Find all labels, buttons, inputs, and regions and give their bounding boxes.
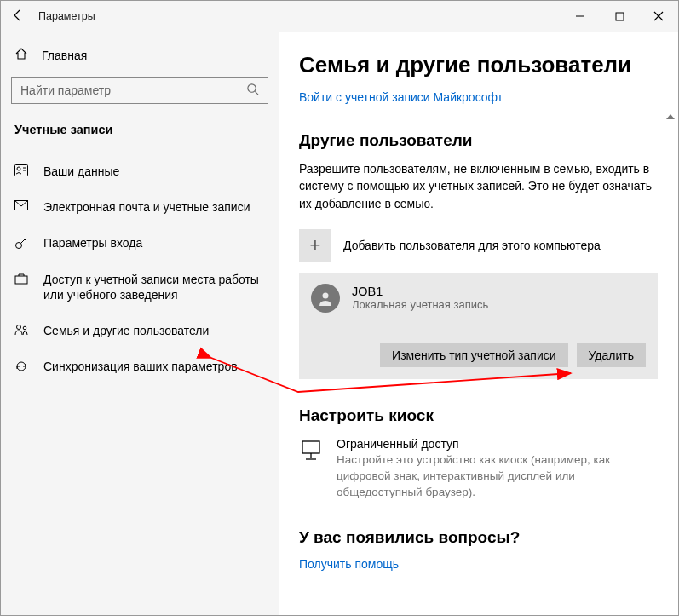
svg-point-2 (248, 84, 256, 92)
briefcase-icon (14, 272, 28, 285)
questions-heading: У вас появились вопросы? (299, 528, 658, 547)
sidebar-item-email-accounts[interactable]: Электронная почта и учетные записи (1, 189, 279, 225)
sidebar-item-sync[interactable]: Синхронизация ваших параметров (1, 348, 279, 384)
close-button[interactable] (639, 1, 678, 32)
svg-rect-1 (616, 13, 624, 20)
kiosk-setup-button[interactable]: Ограниченный доступ Настройте это устрой… (299, 437, 657, 501)
page-title: Семья и другие пользователи (299, 52, 658, 78)
home-label: Главная (42, 49, 87, 62)
search-input[interactable]: Найти параметр (11, 77, 268, 104)
sync-icon (14, 359, 28, 373)
main-content: Семья и другие пользователи Войти с учет… (279, 32, 678, 615)
back-button[interactable] (11, 9, 25, 25)
get-help-link[interactable]: Получить помощь (299, 557, 658, 571)
svg-point-5 (17, 167, 20, 170)
sidebar-item-work-school[interactable]: Доступ к учетной записи места работы или… (1, 262, 279, 313)
sidebar-item-signin-options[interactable]: Параметры входа (1, 225, 279, 261)
user-card-icon (14, 164, 28, 176)
add-user-button[interactable]: + Добавить пользователя для этого компью… (299, 229, 658, 262)
svg-point-14 (23, 326, 26, 330)
scroll-up-icon[interactable] (666, 110, 675, 124)
other-users-heading: Другие пользователи (299, 131, 658, 150)
kiosk-heading: Настроить киоск (299, 406, 658, 425)
svg-point-15 (323, 292, 329, 298)
svg-rect-16 (302, 441, 319, 453)
search-icon (246, 83, 259, 98)
svg-point-9 (16, 243, 22, 249)
sidebar-item-label: Параметры входа (43, 235, 142, 250)
search-placeholder: Найти параметр (20, 83, 246, 97)
sidebar-item-label: Ваши данные (43, 164, 119, 179)
svg-rect-12 (15, 276, 27, 284)
change-account-type-button[interactable]: Изменить тип учетной записи (380, 343, 567, 367)
key-icon (14, 235, 28, 250)
sidebar-item-label: Электронная почта и учетные записи (43, 199, 250, 215)
svg-line-11 (25, 239, 26, 241)
section-header: Учетные записи (1, 119, 279, 153)
user-name: JOB1 (352, 285, 488, 298)
remove-user-button[interactable]: Удалить (577, 343, 646, 367)
svg-point-13 (17, 325, 21, 329)
kiosk-desc: Настройте это устройство как киоск (напр… (337, 452, 657, 501)
monitor-icon (299, 437, 323, 463)
sidebar-item-family[interactable]: Семья и другие пользователи (1, 313, 279, 348)
sidebar-item-your-info[interactable]: Ваши данные (1, 153, 279, 189)
other-users-desc: Разрешите пользователям, не включенным в… (299, 160, 657, 212)
minimize-button[interactable] (561, 1, 600, 32)
people-icon (14, 323, 28, 336)
user-type: Локальная учетная запись (352, 298, 488, 311)
sidebar-item-label: Семья и другие пользователи (43, 323, 209, 338)
sidebar-item-label: Доступ к учетной записи места работы или… (43, 272, 265, 302)
home-icon (14, 47, 28, 63)
mail-icon (14, 199, 28, 210)
home-nav[interactable]: Главная (1, 38, 279, 72)
sidebar: Главная Найти параметр Учетные записи Ва… (1, 32, 279, 615)
scrollbar[interactable] (665, 110, 676, 615)
sidebar-item-label: Синхронизация ваших параметров (43, 359, 238, 374)
user-card[interactable]: JOB1 Локальная учетная запись Изменить т… (299, 273, 658, 379)
plus-icon: + (299, 229, 331, 262)
add-user-label: Добавить пользователя для этого компьюте… (343, 239, 601, 252)
window-title: Параметры (38, 10, 95, 22)
maximize-button[interactable] (600, 1, 639, 32)
titlebar: Параметры (1, 1, 678, 32)
kiosk-title: Ограниченный доступ (337, 437, 657, 451)
signin-ms-link[interactable]: Войти с учетной записи Майкрософт (299, 90, 658, 104)
avatar-icon (311, 284, 340, 313)
svg-line-3 (255, 91, 258, 95)
